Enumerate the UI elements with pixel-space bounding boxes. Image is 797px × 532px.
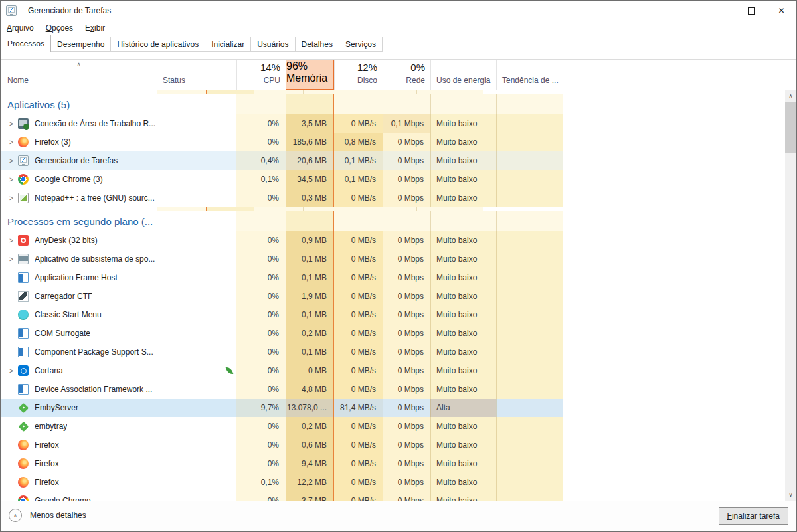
- scroll-up-button[interactable]: ∧: [785, 90, 796, 102]
- cell-tend: [496, 133, 563, 151]
- process-name-cell: Application Frame Host: [1, 268, 157, 287]
- process-row[interactable]: Device Association Framework ...0%4,8 MB…: [1, 380, 563, 399]
- column-header-tendencia[interactable]: Tendência de ...: [496, 60, 563, 90]
- column-header-nome[interactable]: ∧ Nome: [1, 60, 157, 90]
- cell-uso-value: Muito baixo: [431, 385, 477, 394]
- process-row[interactable]: >AnyDesk (32 bits)0%0,9 MB0 MB/s0 MbpsMu…: [1, 231, 563, 250]
- maximize-button[interactable]: [737, 1, 766, 21]
- process-row[interactable]: Firefox0,1%12,2 MB0 MB/s0 MbpsMuito baix…: [1, 473, 563, 491]
- shell-icon: [18, 310, 29, 320]
- process-row[interactable]: Firefox0%9,4 MB0 MB/s0 MbpsMuito baixo: [1, 454, 563, 473]
- status-cell: [157, 306, 236, 324]
- cell-rede: 0 Mbps: [383, 133, 430, 151]
- less-details-label: Menos detalhes: [30, 511, 86, 520]
- cell-rede-value: 0 Mbps: [398, 478, 430, 487]
- close-button[interactable]: ✕: [766, 1, 796, 21]
- column-label: Uso de energia: [436, 76, 490, 85]
- tab-detalhes[interactable]: Detalhes: [296, 37, 339, 52]
- minimize-button[interactable]: [707, 1, 737, 21]
- pen-icon: [18, 291, 29, 302]
- expand-chevron-icon[interactable]: >: [5, 120, 18, 128]
- cell-disco-value: 0 MB/s: [351, 236, 383, 245]
- process-row[interactable]: >Conexão de Área de Trabalho R...0%3,5 M…: [1, 114, 563, 133]
- emby-icon: [18, 402, 29, 413]
- process-row[interactable]: Carregador CTF0%1,9 MB0 MB/s0 MbpsMuito …: [1, 287, 563, 306]
- process-row[interactable]: Application Frame Host0%0,1 MB0 MB/s0 Mb…: [1, 268, 563, 287]
- tab-processos[interactable]: Processos: [1, 35, 51, 52]
- process-row[interactable]: >Google Chrome (3)0,1%34,5 MB0,1 MB/s0 M…: [1, 170, 563, 189]
- expand-chevron-icon[interactable]: >: [5, 237, 18, 244]
- scrollbar-thumb[interactable]: [785, 102, 796, 153]
- cell-uso-value: Muito baixo: [431, 236, 477, 245]
- tab-inicializar[interactable]: Inicializar: [205, 37, 251, 52]
- status-cell: [157, 250, 236, 268]
- vertical-scrollbar[interactable]: ∧ ∨: [785, 90, 796, 501]
- cell-mem: 0,1 MB: [286, 343, 334, 361]
- cell-uso-value: Muito baixo: [431, 254, 477, 264]
- column-header-disco[interactable]: 12% Disco: [334, 60, 383, 90]
- cell-tend: [496, 306, 563, 324]
- cell-rede-value: 0 Mbps: [398, 236, 430, 245]
- cell-cpu: 0%: [236, 287, 286, 306]
- expand-chevron-icon[interactable]: >: [5, 176, 18, 183]
- cell-disco-value: 0 MB/s: [351, 310, 383, 319]
- generic-window-icon: [18, 328, 29, 339]
- process-row[interactable]: >Aplicativo de subsistema de spo...0%0,1…: [1, 250, 563, 268]
- cell-tend: [496, 250, 563, 268]
- process-row-partial[interactable]: Google Chrome0%3,7 MB0 MB/s0 MbpsMuito b…: [1, 491, 563, 501]
- scroll-down-button[interactable]: ∨: [785, 489, 796, 501]
- cell-mem-value: 4,8 MB: [302, 385, 333, 394]
- process-row[interactable]: Component Package Support S...0%0,1 MB0 …: [1, 343, 563, 361]
- group-label: Processos em segundo plano (...: [1, 216, 153, 227]
- process-row[interactable]: >Cortana0%0 MB0 MB/s0 MbpsMuito baixo: [1, 361, 563, 380]
- cell-cpu-value: 0%: [268, 366, 286, 375]
- expand-chevron-icon[interactable]: >: [5, 256, 18, 263]
- cell-rede-value: 0 Mbps: [398, 347, 430, 357]
- button-accel: F: [727, 511, 732, 521]
- group-header[interactable]: Processos em segundo plano (...: [1, 211, 563, 231]
- tab-usuarios[interactable]: Usuários: [251, 37, 295, 52]
- group-header[interactable]: Aplicativos (5): [1, 94, 563, 114]
- menu-item-opcoes[interactable]: Opções: [40, 23, 79, 33]
- menu-item-exibir[interactable]: Exibir: [79, 23, 111, 33]
- tab-servicos[interactable]: Serviços: [339, 37, 383, 52]
- status-cell: [157, 361, 236, 380]
- column-header-uso-de-energia[interactable]: Uso de energia: [430, 60, 496, 90]
- expand-chevron-icon[interactable]: >: [5, 195, 18, 202]
- expand-chevron-icon[interactable]: >: [5, 139, 18, 146]
- process-row[interactable]: >Notepad++ : a free (GNU) sourc...0%0,3 …: [1, 189, 563, 207]
- expand-chevron-icon[interactable]: >: [5, 157, 18, 165]
- cell-rede-value: 0 Mbps: [398, 193, 430, 203]
- cell-disco-value: 0 MB/s: [351, 347, 383, 357]
- process-name-cell: >Google Chrome (3): [1, 170, 157, 189]
- column-header-rede[interactable]: 0% Rede: [383, 60, 430, 90]
- process-row[interactable]: >Firefox (3)0%185,6 MB0,8 MB/s0 MbpsMuit…: [1, 133, 563, 151]
- end-task-button[interactable]: Finalizar tarefa: [719, 507, 788, 525]
- cell-rede-value: 0 Mbps: [398, 496, 430, 501]
- process-row[interactable]: COM Surrogate0%0,2 MB0 MB/s0 MbpsMuito b…: [1, 324, 563, 343]
- process-row[interactable]: embytray0%0,2 MB0 MB/s0 MbpsMuito baixo: [1, 417, 563, 436]
- cell-uso: Muito baixo: [430, 306, 496, 324]
- cell-mem: 3,7 MB: [286, 491, 334, 501]
- cell-mem: 185,6 MB: [286, 133, 334, 151]
- cell-disco-value: 0 MB/s: [351, 496, 383, 501]
- close-icon: ✕: [778, 6, 784, 15]
- column-header-memoria[interactable]: 96% Memória: [286, 60, 334, 90]
- process-row[interactable]: Firefox0%0,6 MB0 MB/s0 MbpsMuito baixo: [1, 436, 563, 454]
- less-details-toggle[interactable]: ∧ Menos detalhes: [9, 509, 86, 522]
- tab-desempenho[interactable]: Desempenho: [51, 37, 111, 52]
- process-name: embytray: [35, 422, 67, 431]
- tab-historico-de-aplicativos[interactable]: Histórico de aplicativos: [111, 37, 205, 52]
- process-row[interactable]: >Gerenciador de Tarefas0,4%20,6 MB0,1 MB…: [1, 151, 563, 170]
- emby-icon: [18, 421, 29, 432]
- process-row[interactable]: Classic Start Menu0%0,1 MB0 MB/s0 MbpsMu…: [1, 306, 563, 324]
- cell-cpu: 0%: [236, 454, 286, 473]
- column-header-cpu[interactable]: 14% CPU: [236, 60, 286, 90]
- expand-chevron-icon[interactable]: >: [5, 367, 18, 375]
- column-header-status[interactable]: Status: [157, 60, 236, 90]
- process-row[interactable]: EmbyServer9,7%13.078,0 ...81,4 MB/s0 Mbp…: [1, 399, 563, 417]
- menu-item-arquivo[interactable]: Arquivo: [1, 23, 40, 33]
- process-name-cell: Firefox: [1, 473, 157, 491]
- cell-tend: [496, 287, 563, 306]
- generic-window-icon: [18, 347, 29, 357]
